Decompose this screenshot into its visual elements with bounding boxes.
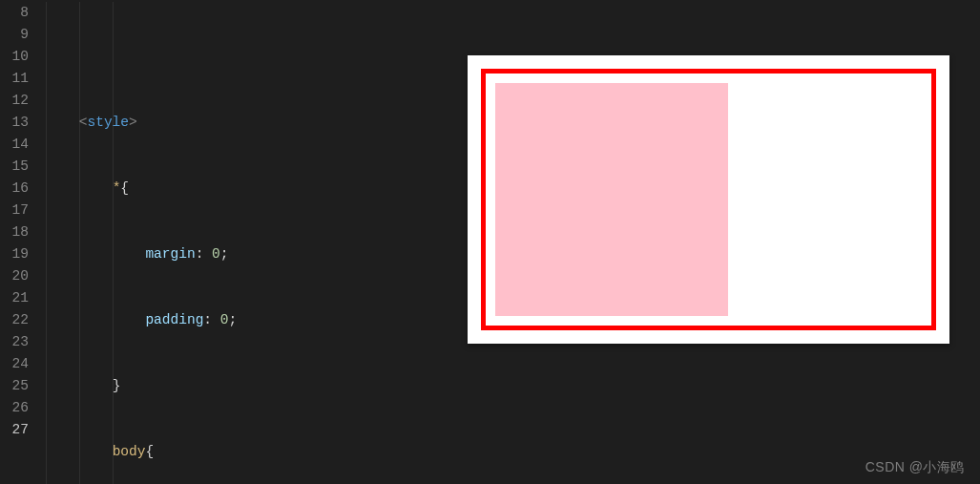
line-number: 21: [0, 287, 29, 309]
line-number: 13: [0, 112, 29, 134]
line-number: 8: [0, 2, 29, 24]
line-number: 22: [0, 309, 29, 331]
code-area[interactable]: <style> *{ margin: 0; padding: 0; } body…: [46, 0, 458, 484]
line-number: 27: [0, 419, 29, 441]
line-number: 24: [0, 353, 29, 375]
preview-pane: [458, 0, 980, 484]
line-number: 26: [0, 397, 29, 419]
line-number: 14: [0, 134, 29, 156]
line-number: 15: [0, 156, 29, 178]
line-number: 17: [0, 200, 29, 221]
line-number: 20: [0, 265, 29, 287]
rendered-box-a: [495, 83, 728, 316]
line-number: 10: [0, 46, 29, 68]
code-line: }: [46, 375, 458, 397]
code-line: padding: 0;: [46, 309, 458, 331]
code-line: <style>: [46, 112, 458, 134]
rendered-body: [481, 69, 936, 330]
line-number: 19: [0, 243, 29, 265]
line-number: 23: [0, 331, 29, 353]
line-number: 25: [0, 375, 29, 397]
code-line: body{: [46, 441, 458, 463]
line-number: 11: [0, 68, 29, 90]
code-line: *{: [46, 178, 458, 200]
line-number: 16: [0, 178, 29, 200]
line-number: 12: [0, 90, 29, 112]
code-line: margin: 0;: [46, 243, 458, 265]
browser-frame: [468, 55, 949, 344]
watermark-text: CSDN @小海鸥: [865, 459, 965, 476]
line-number-gutter: 8 9 10 11 12 13 14 15 16 17 18 19 20 21 …: [0, 0, 46, 484]
line-number: 9: [0, 24, 29, 46]
editor-pane: 8 9 10 11 12 13 14 15 16 17 18 19 20 21 …: [0, 0, 458, 484]
line-number: 18: [0, 221, 29, 243]
